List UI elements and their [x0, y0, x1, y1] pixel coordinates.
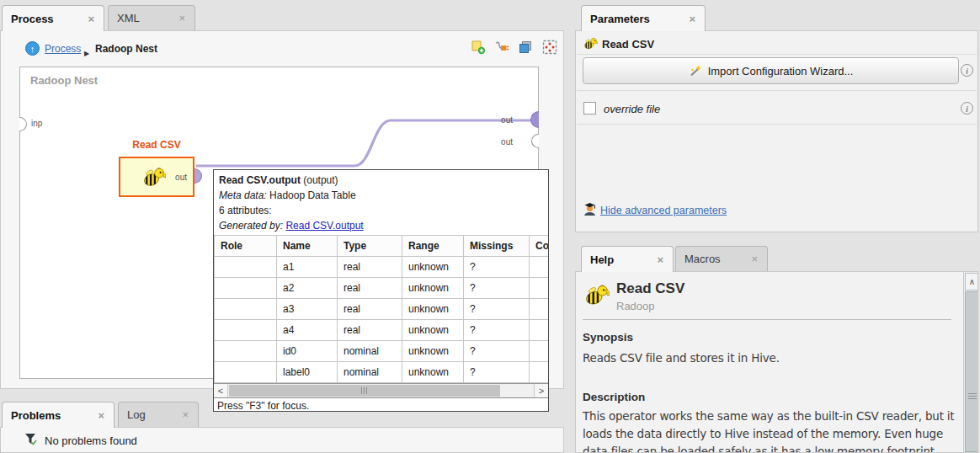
tab-parameters[interactable]: Parameters [581, 5, 706, 31]
close-icon[interactable] [748, 252, 760, 266]
table-row: a3realunknown? [215, 299, 550, 320]
nest-output-port-label: out [501, 137, 513, 147]
tooltip-status: Press "F3" for focus. [214, 397, 548, 412]
close-icon[interactable] [686, 12, 698, 26]
tooltip-title: Read CSV.output [219, 174, 301, 186]
advanced-parameters-icon [583, 202, 596, 216]
tooltip-title-line: Read CSV.output (output) [219, 173, 543, 188]
port-metadata-tooltip: Read CSV.output (output) Meta data: Hado… [213, 169, 549, 412]
help-panel: Read CSV Radoop Synopsis Reads CSV file … [575, 271, 978, 453]
table-row: a4realunknown? [215, 320, 550, 341]
add-note-icon[interactable] [471, 40, 486, 55]
table-row: id0nominalunknown? [215, 341, 550, 362]
selected-operator-name: Read CSV [602, 38, 654, 51]
plug-connections-icon[interactable] [494, 40, 510, 55]
tab-macros-label: Macros [684, 253, 721, 265]
column-header: Type [338, 236, 402, 257]
tab-xml-label: XML [117, 12, 140, 24]
tab-help-label: Help [590, 253, 614, 266]
synopsis-heading: Synopsis [583, 331, 633, 344]
tab-help[interactable]: Help [581, 246, 674, 272]
tab-macros[interactable]: Macros [675, 246, 768, 271]
hive-bee-icon [583, 36, 598, 51]
meta-table: RoleNameTypeRangeMissingsCo a1realunknow… [214, 235, 549, 383]
meta-table-head-row: RoleNameTypeRangeMissingsCo [215, 236, 550, 257]
nest-input-port-label: inp [31, 119, 42, 128]
generated-by-link[interactable]: Read CSV.output [285, 220, 363, 232]
hive-bee-icon [142, 165, 166, 189]
table-row: a1realunknown? [215, 257, 550, 278]
tooltip-attributes-line: 6 attributes: [219, 203, 543, 218]
tooltip-meta-line: Meta data: Hadoop Data Table [219, 188, 543, 203]
divider [583, 319, 951, 320]
hive-bee-icon [584, 282, 610, 307]
tab-log[interactable]: Log [118, 402, 199, 427]
operator-title: Read CSV [110, 139, 203, 151]
column-header: Range [402, 236, 464, 257]
column-header: Name [277, 236, 338, 257]
table-row: label0nominalunknown? [215, 362, 550, 383]
hide-advanced-parameters-link[interactable]: Hide advanced parameters [600, 205, 727, 216]
horizontal-scrollbar[interactable] [214, 383, 548, 397]
copy-layers-icon[interactable] [518, 40, 533, 54]
navigate-up-icon[interactable] [25, 41, 40, 56]
info-icon[interactable] [961, 102, 973, 115]
fit-view-icon[interactable] [542, 40, 557, 55]
tooltip-generated-line: Generated by: Read CSV.output [219, 218, 543, 233]
tab-parameters-label: Parameters [590, 13, 650, 25]
close-icon[interactable] [179, 408, 191, 422]
tab-xml[interactable]: XML [108, 5, 195, 30]
breadcrumb-process-link[interactable]: Process [45, 43, 81, 55]
problems-panel: No problems found [0, 427, 564, 453]
parameters-panel: Read CSV Import Configuration Wizard... … [575, 30, 978, 232]
tab-process-label: Process [11, 13, 54, 25]
scroll-up-icon[interactable] [965, 273, 978, 290]
synopsis-text: Reads CSV file and stores it in Hive. [583, 349, 957, 367]
divider [577, 90, 977, 91]
column-header: Co [530, 236, 550, 257]
nest-output-port-label: out [501, 115, 513, 125]
import-configuration-wizard-button[interactable]: Import Configuration Wizard... [583, 57, 959, 84]
table-row: a2realunknown? [215, 278, 550, 299]
description-heading: Description [583, 391, 645, 403]
override-file-label: override file [604, 103, 660, 115]
scroll-left-icon[interactable] [214, 384, 228, 397]
vertical-scrollbar[interactable] [963, 272, 978, 452]
breadcrumb-current: Radoop Nest [95, 43, 157, 55]
divider [577, 124, 977, 125]
operator-read-csv[interactable]: out [119, 157, 194, 197]
tab-log-label: Log [127, 408, 146, 421]
override-file-checkbox[interactable] [583, 102, 596, 115]
close-icon[interactable] [85, 12, 97, 26]
column-header: Role [215, 236, 277, 257]
close-icon[interactable] [95, 408, 107, 423]
problems-message: No problems found [45, 434, 137, 447]
divider [577, 54, 977, 55]
info-icon[interactable] [961, 64, 973, 77]
close-icon[interactable] [176, 11, 188, 25]
scrollbar-thumb[interactable] [229, 385, 500, 397]
tab-process[interactable]: Process [2, 5, 104, 31]
operator-out-port-label: out [175, 173, 187, 182]
wizard-button-label: Import Configuration Wizard... [708, 65, 854, 77]
column-header: Missings [464, 236, 530, 257]
help-operator-title: Read CSV [616, 280, 684, 297]
scroll-right-icon[interactable] [534, 384, 548, 397]
breadcrumb-separator-icon [84, 44, 89, 59]
tab-problems-label: Problems [11, 409, 61, 422]
description-text: This operator works the same way as the … [583, 408, 957, 453]
meta-table-body: a1realunknown?a2realunknown?a3realunknow… [215, 257, 550, 383]
wizard-wand-icon [689, 64, 702, 77]
close-icon[interactable] [654, 253, 666, 267]
scrollbar-thumb[interactable] [965, 291, 978, 452]
tab-problems[interactable]: Problems [2, 402, 115, 428]
problems-filter-icon [24, 433, 38, 446]
help-operator-group: Radoop [616, 300, 655, 312]
